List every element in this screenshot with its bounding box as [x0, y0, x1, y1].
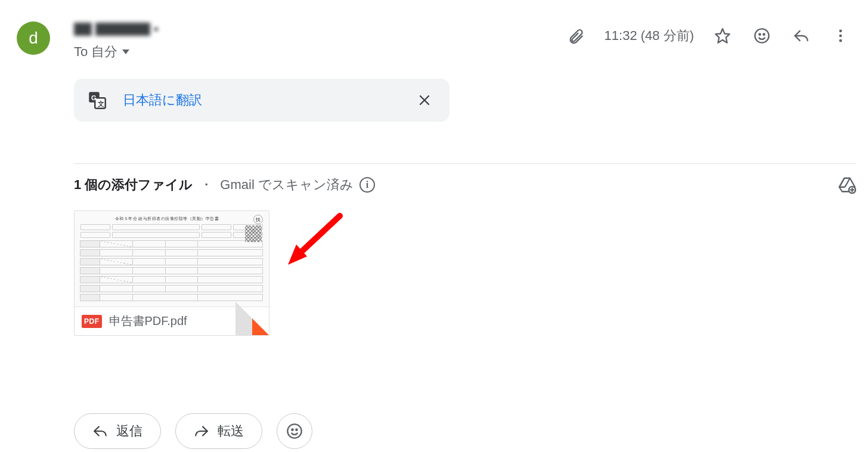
svg-text:G: G	[91, 94, 97, 101]
react-emoji-button[interactable]	[277, 413, 312, 449]
forward-button[interactable]: 転送	[175, 413, 262, 449]
translate-icon: G文	[88, 91, 106, 109]
svg-point-14	[296, 429, 297, 431]
svg-point-1	[755, 29, 768, 42]
react-emoji-icon[interactable]	[751, 25, 773, 47]
pdf-badge: PDF	[82, 315, 102, 328]
avatar-initial: d	[29, 29, 38, 48]
svg-point-6	[839, 39, 842, 42]
svg-point-13	[292, 429, 293, 431]
svg-point-3	[763, 34, 764, 35]
reply-icon[interactable]	[790, 25, 812, 47]
attachment-count: 1 個の添付ファイル	[74, 176, 193, 194]
attachment-filename: 申告書PDF.pdf	[109, 313, 187, 329]
svg-marker-0	[715, 29, 729, 42]
attachment-thumbnail: 令和５年分 給与所得者の扶養控除等（異動）申告書 扶	[75, 211, 269, 307]
translate-label: 日本語に翻訳	[123, 91, 414, 109]
scanned-label: Gmail でスキャン済み	[220, 176, 354, 194]
more-icon[interactable]	[830, 25, 851, 47]
to-prefix: To	[74, 44, 88, 60]
separator-dot: ・	[200, 176, 213, 194]
close-icon[interactable]	[414, 89, 435, 111]
forward-label: 転送	[218, 422, 244, 440]
svg-point-5	[839, 35, 842, 38]
to-recipient: 自分	[91, 43, 117, 61]
avatar[interactable]: d	[17, 21, 50, 55]
reply-label: 返信	[116, 422, 142, 440]
star-icon[interactable]	[712, 25, 733, 47]
svg-point-12	[287, 424, 301, 438]
timestamp: 11:32 (48 分前)	[604, 27, 694, 45]
folded-corner-icon	[235, 302, 269, 335]
svg-text:文: 文	[97, 100, 104, 107]
svg-point-4	[839, 30, 842, 33]
attachment-card[interactable]: 令和５年分 給与所得者の扶養控除等（異動）申告書 扶 PDF 申告書PDF.pd…	[74, 210, 269, 336]
translate-bar[interactable]: G文 日本語に翻訳	[74, 79, 450, 122]
info-icon[interactable]: i	[359, 177, 375, 193]
reply-button[interactable]: 返信	[74, 413, 161, 449]
svg-point-2	[759, 34, 760, 35]
save-to-drive-icon[interactable]	[838, 176, 856, 197]
attachment-icon[interactable]	[565, 25, 587, 47]
chevron-down-icon	[122, 49, 129, 54]
